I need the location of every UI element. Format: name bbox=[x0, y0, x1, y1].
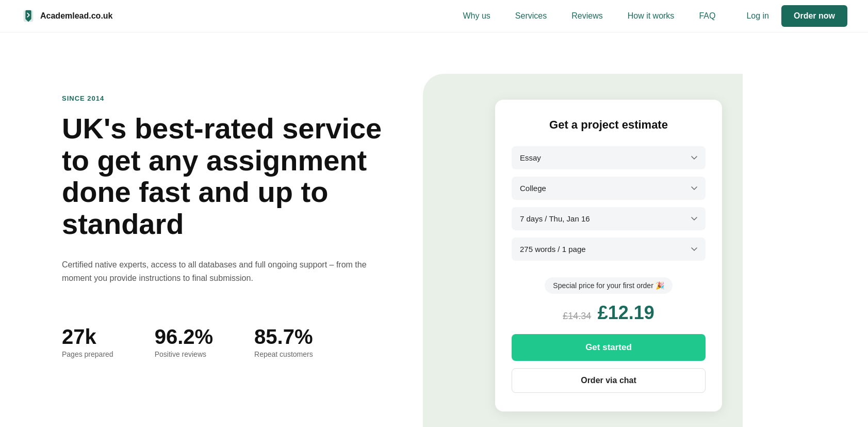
stat-reviews-number: 96.2% bbox=[155, 326, 213, 347]
pages-select[interactable]: 275 words / 1 page 550 words / 2 pages 8… bbox=[512, 238, 706, 261]
order-via-chat-button[interactable]: Order via chat bbox=[512, 368, 706, 393]
logo-area[interactable]: Academlead.co.uk bbox=[21, 8, 113, 24]
navbar: Academlead.co.uk Why us Services Reviews… bbox=[0, 0, 868, 33]
nav-item-reviews[interactable]: Reviews bbox=[571, 11, 602, 20]
stat-reviews: 96.2% Positive reviews bbox=[155, 326, 213, 358]
get-started-button[interactable]: Get started bbox=[512, 334, 706, 361]
nav-links: Why us Services Reviews How it works FAQ bbox=[463, 11, 716, 21]
hero-heading: UK's best-rated service to get any assig… bbox=[62, 113, 413, 240]
stat-customers: 85.7% Repeat customers bbox=[254, 326, 313, 358]
login-link[interactable]: Log in bbox=[746, 11, 769, 21]
stat-customers-number: 85.7% bbox=[254, 326, 313, 347]
stat-reviews-label: Positive reviews bbox=[155, 350, 213, 358]
estimate-title: Get a project estimate bbox=[512, 118, 706, 132]
estimate-card: Get a project estimate Essay Research Pa… bbox=[495, 100, 722, 412]
logo-text: Academlead.co.uk bbox=[40, 11, 113, 21]
logo-icon bbox=[21, 8, 36, 24]
since-badge: SINCE 2014 bbox=[62, 94, 485, 102]
stat-pages: 27k Pages prepared bbox=[62, 326, 113, 358]
new-price: £12.19 bbox=[598, 302, 654, 323]
level-select[interactable]: College Undergraduate Master's PhD bbox=[512, 177, 706, 200]
hero-subtext: Certified native experts, access to all … bbox=[62, 258, 382, 284]
hero-section: SINCE 2014 UK's best-rated service to ge… bbox=[0, 33, 868, 427]
nav-item-faq[interactable]: FAQ bbox=[699, 11, 715, 20]
nav-item-services[interactable]: Services bbox=[515, 11, 547, 20]
special-badge-text: Special price for your first order 🎉 bbox=[553, 281, 664, 290]
stat-pages-number: 27k bbox=[62, 326, 113, 347]
stats-row: 27k Pages prepared 96.2% Positive review… bbox=[62, 326, 485, 358]
nav-right: Log in Order now bbox=[746, 5, 847, 27]
order-now-button[interactable]: Order now bbox=[781, 5, 847, 27]
special-price-badge: Special price for your first order 🎉 bbox=[545, 277, 672, 294]
stat-customers-label: Repeat customers bbox=[254, 350, 313, 358]
nav-item-how-it-works[interactable]: How it works bbox=[628, 11, 675, 20]
type-select[interactable]: Essay Research Paper Dissertation Course… bbox=[512, 146, 706, 169]
hero-right: Get a project estimate Essay Research Pa… bbox=[485, 74, 722, 412]
stat-pages-label: Pages prepared bbox=[62, 350, 113, 358]
old-price: £14.34 bbox=[563, 311, 591, 321]
price-area: £14.34 £12.19 bbox=[512, 302, 706, 324]
deadline-select[interactable]: 7 days / Thu, Jan 16 5 days 3 days 24 ho… bbox=[512, 207, 706, 230]
nav-item-why-us[interactable]: Why us bbox=[463, 11, 490, 20]
hero-left: SINCE 2014 UK's best-rated service to ge… bbox=[62, 74, 485, 412]
